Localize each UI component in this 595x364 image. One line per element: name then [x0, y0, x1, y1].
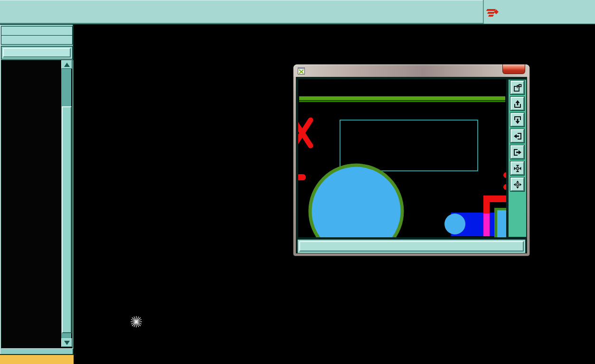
job-matrix-panel [1, 46, 73, 59]
popview-titlebar[interactable] [293, 65, 529, 77]
layer-list-scrollbar[interactable] [61, 60, 71, 347]
genesis-2000-app [0, 0, 595, 364]
arrows-in-icon[interactable] [510, 161, 524, 175]
pan-left-icon[interactable] [510, 129, 524, 143]
scrollbar-thumb[interactable] [62, 106, 72, 333]
popview-window[interactable] [293, 65, 529, 256]
close-window-button[interactable] [502, 65, 525, 74]
step-name [1, 36, 72, 44]
popview-close-bar [297, 239, 526, 253]
pan-up-icon[interactable] [510, 97, 524, 111]
job-name [1, 27, 72, 36]
triangle-up-icon [64, 63, 70, 67]
sidebar [0, 25, 74, 364]
logo-stripes-icon [487, 9, 495, 17]
scroll-down-button[interactable] [61, 338, 72, 347]
popview-body [296, 77, 527, 253]
popview-close-button[interactable] [299, 241, 524, 252]
crosshair-cursor-icon [131, 316, 142, 327]
pan-right-icon[interactable] [510, 145, 524, 159]
copy-view-icon[interactable] [510, 81, 524, 94]
job-matrix-button[interactable] [3, 48, 71, 57]
frontline-logo [484, 0, 595, 24]
menu-bar [0, 0, 595, 25]
triangle-down-icon [64, 341, 70, 345]
job-info-box [1, 26, 73, 45]
scroll-up-button[interactable] [61, 60, 72, 69]
popview-canvas[interactable] [298, 79, 506, 237]
pan-down-icon[interactable] [510, 113, 524, 127]
popview-window-icon [298, 67, 305, 75]
layer-list [1, 60, 73, 348]
logo-product-text [499, 12, 506, 12]
popview-toolbar [508, 79, 527, 237]
selected-count-bar [0, 354, 74, 364]
arrows-out-icon[interactable] [510, 177, 524, 191]
